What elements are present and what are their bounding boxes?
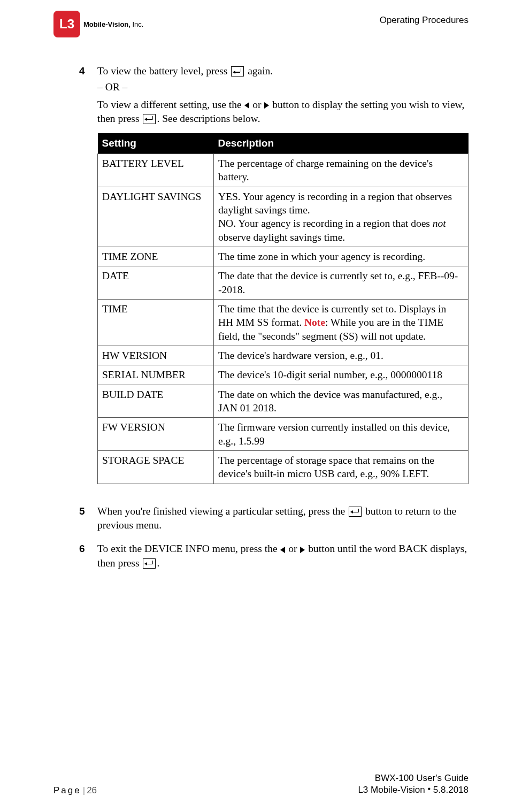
- table-row: STORAGE SPACE The percentage of storage …: [98, 451, 469, 484]
- step-number: 5: [79, 504, 97, 533]
- setting-desc: The device's hardware version, e.g., 01.: [214, 346, 469, 365]
- enter-icon: [143, 558, 156, 569]
- setting-name: BATTERY LEVEL: [98, 154, 214, 187]
- setting-name: DATE: [98, 266, 214, 300]
- table-row: TIME ZONE The time zone in which your ag…: [98, 247, 469, 266]
- step6-text-c: .: [157, 557, 159, 569]
- setting-name: HW VERSION: [98, 346, 214, 365]
- step5-text-a: When you're finished viewing a particula…: [97, 505, 348, 517]
- table-header-setting: Setting: [98, 133, 214, 154]
- setting-name: STORAGE SPACE: [98, 451, 214, 484]
- table-row: DATE The date that the device is current…: [98, 266, 469, 300]
- table-row: DAYLIGHT SAVINGS YES. Your agency is rec…: [98, 187, 469, 247]
- step-number: 4: [79, 64, 97, 495]
- step4-or: – OR –: [97, 80, 469, 94]
- step6-text-a: To exit the DEVICE INFO menu, press the: [97, 543, 280, 554]
- setting-desc: The date on which the device was manufac…: [214, 385, 469, 418]
- footer-doc: BWX-100 User's Guide L3 Mobile-Vision • …: [358, 772, 469, 796]
- left-arrow-icon: [280, 547, 285, 553]
- logo-company: Mobile-Vision, Inc.: [83, 20, 143, 28]
- left-arrow-icon: [244, 102, 249, 109]
- enter-icon: [231, 66, 244, 76]
- table-header-description: Description: [214, 133, 469, 154]
- setting-name: TIME: [98, 299, 214, 346]
- setting-name: TIME ZONE: [98, 247, 214, 266]
- setting-desc: The percentage of charge remaining on th…: [214, 154, 469, 187]
- step6-text-mid: or: [286, 543, 300, 554]
- setting-name: BUILD DATE: [98, 385, 214, 418]
- enter-icon: [143, 114, 156, 124]
- setting-name: DAYLIGHT SAVINGS: [98, 187, 214, 247]
- table-row: SERIAL NUMBER The device's 10-digit seri…: [98, 365, 469, 385]
- table-row: HW VERSION The device's hardware version…: [98, 346, 469, 365]
- step4-line2-a: To view a different setting, use the: [97, 99, 244, 110]
- settings-table: Setting Description BATTERY LEVEL The pe…: [97, 133, 469, 484]
- right-arrow-icon: [264, 102, 269, 109]
- step-4: 4 To view the battery level, press again…: [79, 64, 469, 495]
- step4-line2-c: . See descriptions below.: [157, 113, 260, 124]
- setting-desc: The time that the device is currently se…: [214, 299, 469, 346]
- footer-page: Page|26: [53, 785, 97, 796]
- table-row: BUILD DATE The date on which the device …: [98, 385, 469, 418]
- setting-name: SERIAL NUMBER: [98, 365, 214, 385]
- setting-desc: The percentage of storage space that rem…: [214, 451, 469, 484]
- logo-badge-icon: L3: [53, 11, 80, 37]
- step-number: 6: [79, 542, 97, 570]
- table-row: TIME The time that the device is current…: [98, 299, 469, 346]
- logo: L3 Mobile-Vision, Inc.: [53, 11, 143, 37]
- step-5: 5 When you're finished viewing a particu…: [79, 504, 469, 533]
- step4-text-a: To view the battery level, press: [97, 65, 230, 76]
- table-row: FW VERSION The firmware version currentl…: [98, 418, 469, 451]
- setting-desc: The device's 10-digit serial number, e.g…: [214, 365, 469, 385]
- setting-desc: The date that the device is currently se…: [214, 266, 469, 300]
- step4-line2-mid: or: [250, 99, 264, 110]
- table-row: BATTERY LEVEL The percentage of charge r…: [98, 154, 469, 187]
- setting-desc: YES. Your agency is recording in a regio…: [214, 187, 469, 247]
- setting-name: FW VERSION: [98, 418, 214, 451]
- setting-desc: The firmware version currently installed…: [214, 418, 469, 451]
- section-title: Operating Procedures: [380, 11, 469, 26]
- enter-icon: [349, 507, 362, 517]
- setting-desc: The time zone in which your agency is re…: [214, 247, 469, 266]
- right-arrow-icon: [300, 547, 305, 553]
- step4-text-b: again.: [245, 65, 273, 76]
- step-6: 6 To exit the DEVICE INFO menu, press th…: [79, 542, 469, 570]
